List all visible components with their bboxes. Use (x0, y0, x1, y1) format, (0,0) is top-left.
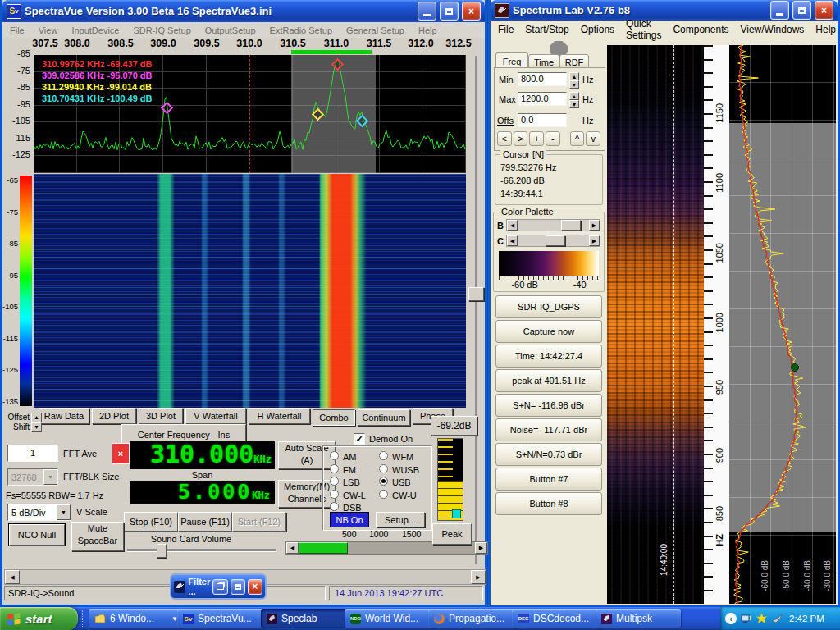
s-meter-peak-marker[interactable] (452, 509, 461, 518)
taskbar-item-dscdecoder[interactable]: DSC DSCdecod... (512, 609, 602, 628)
brightness-thumb[interactable] (561, 220, 581, 231)
starburst-icon[interactable] (756, 614, 767, 624)
mute-button[interactable]: Mute SpaceBar (71, 522, 124, 551)
start-button[interactable]: Start (F12) (232, 512, 286, 532)
tab-combo[interactable]: Combo (313, 409, 355, 426)
offs-input[interactable]: 0.0 (518, 113, 567, 127)
scroll-right-icon[interactable]: ▶ (475, 542, 487, 554)
button-noise[interactable]: Noise= -117.71 dBr (495, 418, 602, 441)
maximize-button[interactable] (792, 1, 811, 20)
volume-scrollbar-thumb[interactable] (299, 542, 348, 554)
c-right-icon[interactable]: ▶ (589, 235, 600, 246)
tab-continuum[interactable]: Continuum (358, 409, 410, 426)
taskbar-item-spectravue[interactable]: Sv SpectraVu... (177, 609, 267, 628)
radio-cwu[interactable]: CW-U (379, 490, 419, 503)
brightness-scrollbar[interactable]: ◀ ▶ (506, 219, 600, 231)
fft-blk-size-select[interactable]: 32768 ▼ (7, 468, 58, 486)
stop-button[interactable]: Stop (F10) (124, 512, 178, 532)
menu-view[interactable]: View (39, 25, 58, 35)
menu-inputdevice[interactable]: InputDevice (71, 25, 119, 35)
min-spinner[interactable]: ▲▼ (569, 72, 579, 89)
maximize-button[interactable] (440, 2, 459, 21)
menu-components[interactable]: Components (673, 24, 728, 35)
nav-left-button[interactable]: < (497, 131, 512, 146)
min-freq-input[interactable]: 800.0 (518, 72, 567, 86)
radio-usb[interactable]: USB (379, 477, 419, 490)
menu-sdriq-setup[interactable]: SDR-IQ Setup (133, 25, 190, 35)
minimize-button[interactable] (418, 2, 436, 21)
fft-ave-input[interactable]: 1 (7, 445, 58, 462)
spectrum-plot[interactable]: 310.99762 KHz -69.437 dB 309.02586 KHz -… (34, 55, 466, 173)
button-time[interactable]: Time: 14:42:27.4 (495, 345, 602, 368)
nav-right-button[interactable]: > (514, 131, 528, 146)
contrast-scrollbar[interactable]: ◀ ▶ (506, 235, 600, 247)
c-left-icon[interactable]: ◀ (507, 235, 518, 246)
button-sdr-iq-dgps[interactable]: SDR-IQ_DGPS (495, 295, 602, 318)
menu-start-stop[interactable]: Start/Stop (525, 24, 568, 35)
tab-2d-plot[interactable]: 2D Plot (92, 408, 136, 424)
v-scale-select[interactable]: 5 dB/Div ▼ (7, 504, 71, 521)
taskbar-item-propagation[interactable]: Propagatio... (428, 609, 518, 628)
fft-blk-dropdown-arrow-icon[interactable]: ▼ (43, 469, 57, 485)
radio-fm[interactable]: FM (330, 464, 366, 477)
clear-x-button[interactable]: × (112, 443, 130, 464)
nav-up-button[interactable]: ^ (570, 131, 585, 146)
radio-wusb[interactable]: WUSB (379, 464, 419, 477)
hscroll-right-icon[interactable]: ▶ (471, 570, 486, 584)
v-scale-dropdown-arrow-icon[interactable]: ▼ (57, 504, 71, 520)
frequency-scale[interactable]: 1150 1100 1050 1000 950 900 850 HZ (704, 45, 729, 604)
filter-mini-window[interactable]: Filter ... × (170, 573, 267, 600)
spectrumlab-spectrum-graph[interactable]: -60.0 dB -50.0 dB -40.0 dB -30.0 dB (729, 45, 836, 604)
button-capture-now[interactable]: Capture now (495, 320, 602, 343)
tab-v-waterfall[interactable]: V Waterfall (185, 408, 246, 424)
nav-plus-button[interactable]: + (529, 131, 544, 146)
menu-outputsetup[interactable]: OutputSetup (205, 25, 256, 35)
button-8[interactable]: Button #8 (495, 492, 602, 515)
waterfall-gain-slider[interactable] (467, 52, 485, 568)
max-freq-input[interactable]: 1200.0 (518, 92, 567, 106)
peak-button[interactable]: Peak (432, 523, 472, 545)
menu-help[interactable]: Help (815, 24, 836, 35)
nb-on-button[interactable]: NB On (330, 512, 369, 527)
filter-close-button[interactable]: × (248, 579, 262, 595)
shift-down-button[interactable]: ▼ (31, 422, 42, 432)
menu-quick-settings[interactable]: Quick Settings (626, 18, 661, 41)
demod-on-checkbox[interactable]: ✓ Demod On (354, 433, 413, 445)
menu-general-setup[interactable]: General Setup (346, 25, 404, 35)
start-button[interactable]: start (0, 607, 78, 630)
hscroll-left-icon[interactable]: ◀ (5, 570, 20, 584)
offs-label[interactable]: Offs (497, 116, 514, 126)
spectrumlab-titlebar[interactable]: Spectrum Lab V2.76 b8 × (491, 0, 838, 21)
filter-restore-button[interactable] (212, 579, 227, 595)
tab-raw-data[interactable]: Raw Data (39, 408, 89, 424)
tab-3d-plot[interactable]: 3D Plot (139, 408, 183, 424)
filter-maximize-button[interactable] (231, 579, 245, 595)
max-spinner[interactable]: ▲▼ (569, 92, 579, 108)
menu-file[interactable]: File (10, 25, 25, 35)
taskbar-item-speclab[interactable]: Speclab (261, 609, 351, 628)
radio-wfm[interactable]: WFM (379, 451, 419, 464)
spectravue-waterfall[interactable] (34, 174, 466, 408)
volume-slider-thumb[interactable] (157, 544, 167, 558)
menu-file[interactable]: File (498, 24, 514, 35)
network-monitor-icon[interactable] (741, 614, 752, 624)
b-left-icon[interactable]: ◀ (507, 220, 518, 231)
scroll-left-icon[interactable]: ◀ (286, 542, 299, 554)
spectravue-titlebar[interactable]: Sv SpectraVue Version 3.00 Beta 16 Spect… (2, 0, 485, 22)
button-peak[interactable]: peak at 401.51 Hz (495, 369, 602, 392)
taskbar-item-window-group[interactable]: 6 Windo... ▼ (89, 609, 184, 628)
rocket-icon[interactable] (771, 614, 783, 623)
offset-up-button[interactable]: ▲ (31, 413, 42, 422)
nav-minus-button[interactable]: - (546, 131, 560, 146)
passband-indicator-bar[interactable] (291, 50, 372, 54)
minimize-button[interactable] (770, 1, 789, 20)
tab-h-waterfall[interactable]: H Waterfall (249, 408, 310, 424)
radio-am[interactable]: AM (330, 451, 366, 464)
menu-view-windows[interactable]: View/Windows (740, 24, 804, 35)
menu-help[interactable]: Help (418, 25, 437, 35)
tray-clock[interactable]: 2:42 PM (789, 614, 824, 623)
taskbar-item-worldwide[interactable]: NDB World Wid... (345, 609, 435, 628)
button-7[interactable]: Button #7 (495, 468, 602, 491)
button-s-plus-n[interactable]: S+N= -116.98 dBr (495, 394, 602, 417)
spectrumlab-waterfall[interactable]: 14:40:00 (607, 45, 704, 604)
